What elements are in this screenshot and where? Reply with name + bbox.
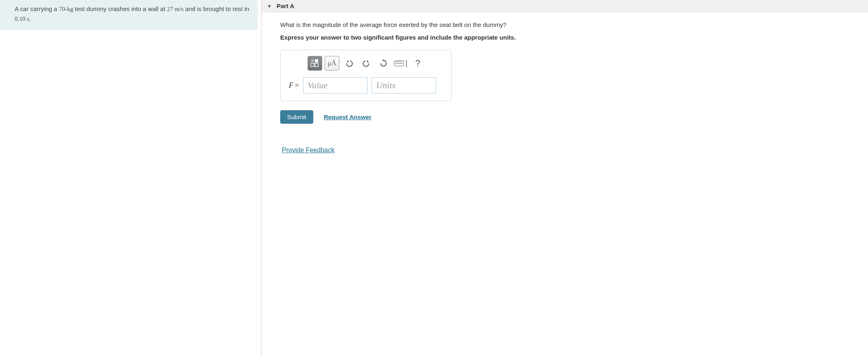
units-symbols-button[interactable]: μÅ [325, 56, 339, 71]
templates-button[interactable] [308, 56, 322, 71]
help-button[interactable]: ? [410, 56, 425, 71]
undo-icon [345, 59, 353, 67]
svg-rect-0 [311, 63, 314, 67]
variable-symbol: F [289, 81, 293, 89]
svg-rect-3 [312, 60, 313, 62]
part-header[interactable]: ▼ Part A [261, 0, 868, 12]
problem-speed: 27 m/s [167, 6, 183, 12]
keyboard-bracket: ] [405, 59, 407, 68]
units-input[interactable] [372, 77, 436, 93]
problem-text-suffix: . [29, 15, 31, 22]
units-symbols-icon: μÅ [328, 59, 336, 67]
svg-rect-2 [315, 59, 318, 62]
svg-rect-1 [315, 63, 318, 67]
variable-label: F= [289, 81, 299, 90]
keyboard-icon [394, 60, 404, 66]
collapse-caret-icon: ▼ [267, 4, 272, 9]
templates-icon [310, 59, 319, 68]
question-text: What is the magnitude of the average for… [280, 21, 849, 28]
submit-button[interactable]: Submit [280, 110, 313, 124]
keyboard-shortcuts-button[interactable]: ] [393, 56, 408, 71]
request-answer-link[interactable]: Request Answer [324, 113, 372, 120]
problem-text-prefix: A car carrying a [15, 5, 59, 12]
part-title: Part A [277, 2, 294, 9]
reset-icon [379, 59, 388, 67]
redo-icon [362, 59, 370, 67]
provide-feedback-link[interactable]: Provide Feedback [282, 147, 334, 154]
redo-button[interactable] [359, 56, 374, 71]
help-icon: ? [415, 58, 420, 69]
answer-panel: μÅ ] ? [280, 50, 452, 101]
problem-text-mid2: and is brought to rest in [184, 5, 249, 12]
problem-time: 0.10 s [15, 16, 29, 22]
equation-toolbar: μÅ ] ? [286, 56, 445, 71]
instruction-text: Express your answer to two significant f… [280, 34, 849, 41]
reset-button[interactable] [376, 56, 391, 71]
problem-text-mid1: test dummy crashes into a wall at [73, 5, 167, 12]
problem-statement: A car carrying a 70-kg test dummy crashe… [0, 0, 258, 30]
undo-button[interactable] [342, 56, 356, 71]
equals-symbol: = [295, 81, 299, 89]
problem-mass: 70-kg [59, 6, 73, 12]
value-input[interactable] [303, 77, 368, 93]
